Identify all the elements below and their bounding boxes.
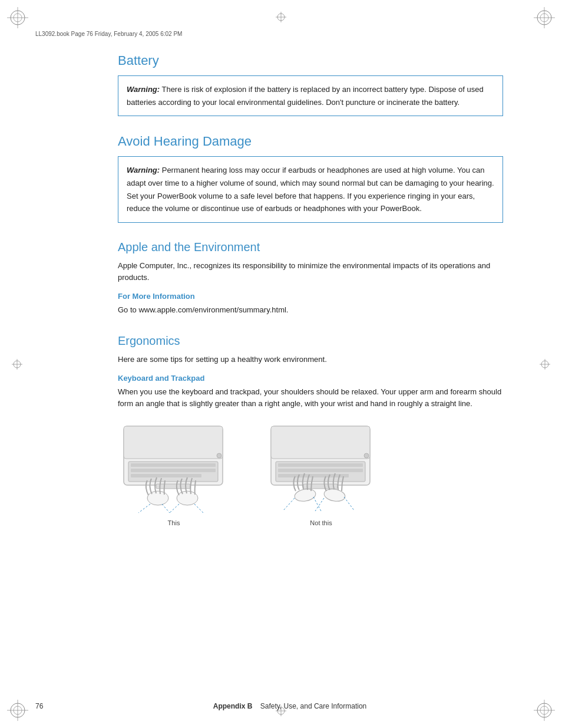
side-mark-left xyxy=(12,359,22,370)
main-content: Battery Warning: There is risk of explos… xyxy=(118,53,503,681)
ergonomics-section: Ergonomics Here are some tips for settin… xyxy=(118,334,503,526)
battery-warning-label: Warning: xyxy=(127,85,160,94)
keyboard-img-incorrect xyxy=(265,421,377,516)
footer: 76 Appendix B Safety, Use, and Care Info… xyxy=(35,702,527,710)
keyboard-figure-incorrect: Not this xyxy=(265,421,377,526)
svg-rect-32 xyxy=(131,469,216,472)
corner-mark-bl xyxy=(7,700,28,721)
side-mark-right xyxy=(540,359,550,370)
environment-section: Apple and the Environment Apple Computer… xyxy=(118,241,503,316)
svg-line-40 xyxy=(170,504,179,513)
keyboard-trackpad-subheading: Keyboard and Trackpad xyxy=(118,374,503,383)
svg-point-50 xyxy=(294,487,317,503)
svg-point-36 xyxy=(147,491,168,505)
svg-rect-29 xyxy=(124,426,223,459)
svg-rect-31 xyxy=(131,463,216,467)
for-more-info-subheading: For More Information xyxy=(118,292,503,301)
svg-rect-47 xyxy=(278,474,349,477)
hearing-section: Avoid Hearing Damage Warning: Permanent … xyxy=(118,134,503,223)
footer-appendix: Appendix B Safety, Use, and Care Informa… xyxy=(53,702,527,710)
hearing-warning-text: Warning: Permanent hearing loss may occu… xyxy=(127,166,494,213)
environment-body: Apple Computer, Inc., recognizes its res… xyxy=(118,260,503,284)
side-mark-top xyxy=(276,12,286,22)
svg-line-41 xyxy=(194,504,203,513)
battery-warning-box: Warning: There is risk of explosion if t… xyxy=(118,75,503,116)
environment-title: Apple and the Environment xyxy=(118,241,503,254)
environment-url: Go to www.apple.com/environment/summary.… xyxy=(118,304,503,316)
svg-rect-33 xyxy=(131,474,201,477)
svg-rect-45 xyxy=(278,463,363,467)
corner-mark-tr xyxy=(534,7,555,28)
file-info: LL3092.book Page 76 Friday, February 4, … xyxy=(35,31,182,37)
svg-rect-43 xyxy=(271,426,370,459)
battery-section: Battery Warning: There is risk of explos… xyxy=(118,53,503,116)
svg-line-55 xyxy=(344,497,355,511)
hearing-warning-box: Warning: Permanent hearing loss may occu… xyxy=(118,156,503,223)
fig1-caption: This xyxy=(168,519,180,526)
svg-line-37 xyxy=(138,504,150,513)
keyboard-figures: This xyxy=(118,421,503,526)
ergonomics-keyboard-text: When you use the keyboard and trackpad, … xyxy=(118,386,503,410)
corner-mark-tl xyxy=(7,7,28,28)
hearing-warning-label: Warning: xyxy=(127,166,160,174)
svg-line-38 xyxy=(162,504,170,513)
hearing-title: Avoid Hearing Damage xyxy=(118,134,503,149)
fig2-caption: Not this xyxy=(310,519,332,526)
svg-point-35 xyxy=(217,453,222,458)
svg-rect-46 xyxy=(278,469,363,472)
ergonomics-body: Here are some tips for setting up a heal… xyxy=(118,354,503,365)
svg-rect-48 xyxy=(303,484,338,489)
corner-mark-br xyxy=(534,700,555,721)
footer-page-number: 76 xyxy=(35,702,53,710)
keyboard-figure-correct: This xyxy=(118,421,230,526)
svg-line-54 xyxy=(315,498,324,511)
svg-point-53 xyxy=(323,487,346,503)
keyboard-img-correct xyxy=(118,421,230,516)
footer-appendix-text: Safety, Use, and Care Information xyxy=(260,702,367,710)
battery-warning-text: Warning: There is risk of explosion if t… xyxy=(127,85,484,107)
svg-point-49 xyxy=(364,453,369,458)
battery-title: Battery xyxy=(118,53,503,68)
footer-appendix-label: Appendix B xyxy=(213,702,253,710)
svg-line-51 xyxy=(283,498,295,511)
ergonomics-title: Ergonomics xyxy=(118,334,503,348)
